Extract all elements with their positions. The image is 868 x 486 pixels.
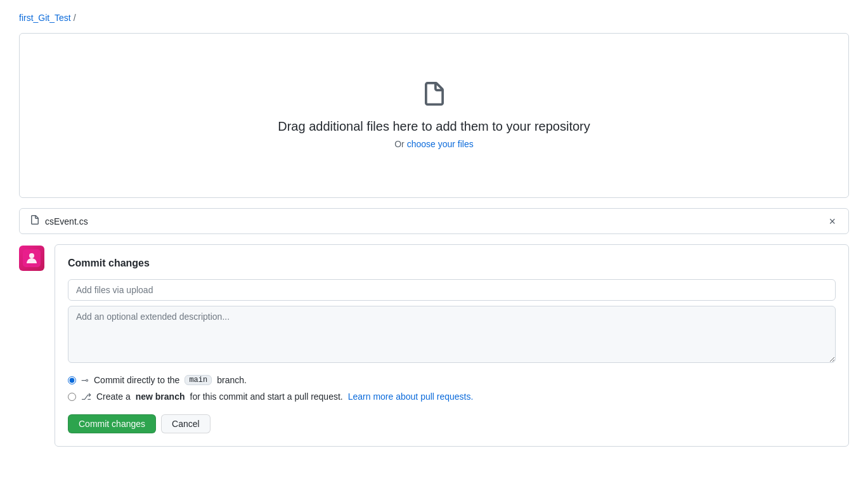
pr-icon: ⎇ (81, 391, 91, 402)
radio-direct-input[interactable] (68, 376, 76, 384)
radio-direct-label-prefix: Commit directly to the (94, 375, 179, 385)
commit-form: Commit changes ⊸ Commit directly to the … (55, 244, 849, 447)
radio-pr-bold: new branch (136, 391, 185, 402)
commit-subject-input[interactable] (68, 279, 836, 301)
file-row: csEvent.cs × (19, 208, 849, 234)
breadcrumb: first_Git_Test / (19, 13, 849, 23)
learn-more-link[interactable]: Learn more about pull requests. (348, 391, 474, 402)
commit-form-title: Commit changes (68, 258, 836, 269)
commit-changes-button[interactable]: Commit changes (68, 414, 156, 433)
file-upload-icon (422, 82, 447, 109)
branch-badge: main (185, 375, 212, 385)
breadcrumb-repo-link[interactable]: first_Git_Test (19, 13, 71, 23)
choose-files-link[interactable]: choose your files (407, 139, 474, 149)
avatar (19, 246, 44, 271)
file-row-left: csEvent.cs (30, 215, 88, 227)
radio-pr-label-prefix: Create a (96, 391, 131, 402)
drop-zone-title: Drag additional files here to add them t… (278, 119, 590, 134)
file-icon (30, 215, 40, 227)
radio-pr-label-suffix: for this commit and start a pull request… (190, 391, 343, 402)
radio-pr-option[interactable]: ⎇ Create a new branch for this commit an… (68, 391, 836, 402)
commit-icon: ⊸ (81, 375, 89, 385)
radio-group: ⊸ Commit directly to the main branch. ⎇ … (68, 375, 836, 402)
commit-section: Commit changes ⊸ Commit directly to the … (19, 244, 849, 447)
svg-point-1 (29, 253, 34, 258)
file-name: csEvent.cs (45, 216, 88, 227)
drop-zone-subtitle: Or choose your files (394, 139, 474, 149)
commit-description-input[interactable] (68, 306, 836, 363)
radio-direct-label-suffix: branch. (217, 375, 247, 385)
drop-zone-subtitle-prefix: Or (394, 139, 406, 149)
file-close-button[interactable]: × (826, 216, 838, 227)
close-icon: × (829, 215, 836, 228)
radio-pr-input[interactable] (68, 393, 76, 401)
cancel-button[interactable]: Cancel (161, 414, 211, 433)
breadcrumb-separator: / (74, 13, 76, 23)
commit-actions: Commit changes Cancel (68, 414, 836, 433)
radio-direct-option[interactable]: ⊸ Commit directly to the main branch. (68, 375, 836, 385)
drop-zone[interactable]: Drag additional files here to add them t… (19, 33, 849, 198)
